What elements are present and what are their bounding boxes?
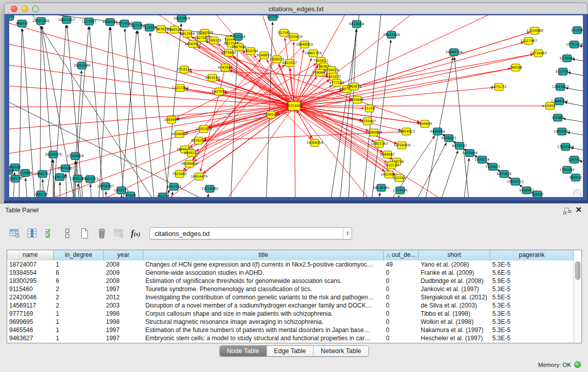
selected-node[interactable]: 9699695 xyxy=(418,120,432,127)
edge[interactable] xyxy=(199,194,209,197)
rows-icon[interactable] xyxy=(59,226,75,241)
graph-node[interactable]: 6879197 xyxy=(452,142,467,149)
graph-node[interactable]: 15718485 xyxy=(201,185,218,192)
edge[interactable] xyxy=(71,27,89,197)
selected-node[interactable]: 16961758 xyxy=(304,50,321,57)
graph-node[interactable]: 159758 xyxy=(157,193,169,197)
graph-node[interactable]: 9474444 xyxy=(463,149,477,157)
graph-node[interactable]: 9129966 xyxy=(560,55,575,62)
selected-node[interactable]: 19654923 xyxy=(398,128,415,135)
selected-edge[interactable] xyxy=(294,106,369,131)
graph-node[interactable]: 590515 xyxy=(9,175,21,182)
edge[interactable] xyxy=(429,150,458,197)
selected-node[interactable]: 19166857 xyxy=(171,130,188,138)
edge[interactable] xyxy=(138,31,158,197)
graph-node[interactable]: 16648794 xyxy=(445,49,462,56)
selected-edge[interactable] xyxy=(91,15,294,106)
function-builder-icon[interactable]: f(x) xyxy=(131,229,140,238)
graph-node[interactable]: 8938923 xyxy=(442,135,456,142)
edge[interactable] xyxy=(106,191,109,197)
tab-edge-table[interactable]: Edge Table xyxy=(266,346,313,356)
selected-edge[interactable] xyxy=(294,106,383,152)
graph-node[interactable]: 1761045 xyxy=(560,166,575,173)
delete-icon[interactable] xyxy=(94,226,110,241)
selected-node[interactable]: 16914479 xyxy=(190,173,207,180)
column-header-pagerank[interactable]: pagerank xyxy=(490,250,574,260)
edge[interactable] xyxy=(370,193,380,197)
table-row[interactable]: 911546021997Tourette syndrome. Phenomeno… xyxy=(7,285,574,293)
selected-node[interactable]: 112543 xyxy=(278,29,291,36)
graph-node[interactable]: 2935114 xyxy=(475,156,490,163)
selected-node[interactable]: 75158 xyxy=(364,105,375,112)
graph-node[interactable]: 118753 xyxy=(568,156,581,163)
graph-node[interactable]: 1733426 xyxy=(393,187,408,194)
column-header-title[interactable]: title xyxy=(143,250,384,260)
graph-node[interactable]: 104932 xyxy=(531,191,544,197)
graph-node[interactable]: 9440954 xyxy=(430,128,445,135)
column-header-name[interactable]: name xyxy=(7,250,54,260)
tab-network-table[interactable]: Network Table xyxy=(313,346,368,356)
selected-edge[interactable] xyxy=(193,106,294,197)
selected-node[interactable]: 252254 xyxy=(393,174,406,182)
edge[interactable] xyxy=(90,27,106,197)
selected-node[interactable]: 1875175 xyxy=(492,83,507,91)
table-row[interactable]: 2242004622012Investigating the contribut… xyxy=(7,293,574,301)
selected-edge[interactable] xyxy=(294,106,398,197)
edge[interactable] xyxy=(91,184,94,197)
network-canvas[interactable]: 9405572059140610653257152760764661601071… xyxy=(9,15,583,197)
graph-node[interactable]: 20053346 xyxy=(73,62,90,69)
column-visibility-icon[interactable] xyxy=(25,226,40,241)
edge[interactable] xyxy=(125,29,142,197)
selected-edge[interactable] xyxy=(294,42,524,106)
graph-node[interactable]: 1145194 xyxy=(53,173,68,181)
table-select-dropdown[interactable]: citations_edges.txt ▲▼ xyxy=(149,227,352,239)
graph-node[interactable]: 10654112 xyxy=(507,178,524,185)
selected-edge[interactable] xyxy=(294,106,296,197)
new-document-icon[interactable] xyxy=(77,226,92,241)
window-titlebar[interactable]: citations_edges.txt xyxy=(4,3,588,14)
selected-node[interactable]: 11154808 xyxy=(526,27,543,34)
graph-node[interactable]: 6466160 xyxy=(103,18,118,26)
graph-node[interactable]: 121065 xyxy=(552,114,564,121)
edge[interactable] xyxy=(564,102,583,110)
tab-node-table[interactable]: Node Table xyxy=(220,346,266,356)
edge[interactable] xyxy=(390,195,399,197)
selected-node[interactable]: 748508 xyxy=(510,64,522,71)
scrollbar-thumb[interactable] xyxy=(575,261,580,280)
selected-node[interactable]: 231644 xyxy=(351,96,364,103)
graph-node[interactable]: 20635 xyxy=(9,15,14,20)
graph-node[interactable]: 20206576 xyxy=(45,151,61,158)
selected-node[interactable]: 16099489 xyxy=(181,160,198,167)
selected-edge[interactable] xyxy=(294,15,531,106)
close-panel-icon[interactable]: ✕ xyxy=(575,205,582,214)
graph-node[interactable]: 8813054 xyxy=(350,20,364,28)
column-header-in_degree[interactable]: in_degree xyxy=(54,250,104,260)
selected-node[interactable]: 2718126 xyxy=(177,66,192,73)
column-header-year[interactable]: year xyxy=(104,250,143,260)
table-row[interactable]: 946554611997Estimation of the future num… xyxy=(7,326,574,334)
selected-edge[interactable] xyxy=(30,106,294,197)
table-row[interactable]: 1830029562008Estimation of significance … xyxy=(7,277,574,285)
selected-node[interactable]: 8878334 xyxy=(191,137,206,144)
graph-node[interactable]: 97450 xyxy=(125,192,136,197)
table-row[interactable]: 1456911722003Disruption of a novel membe… xyxy=(7,301,574,310)
canvas-resize-grip[interactable] xyxy=(573,189,582,196)
table-settings-icon[interactable] xyxy=(7,226,23,241)
graph-node[interactable]: 9457791 xyxy=(167,183,182,190)
delete-table-icon[interactable] xyxy=(112,226,127,241)
edge[interactable] xyxy=(26,178,30,197)
graph-node[interactable]: 111254 xyxy=(571,27,583,34)
graph-node[interactable]: 945012 xyxy=(570,174,582,181)
selected-node[interactable]: 19384554 xyxy=(306,139,323,146)
table-row[interactable]: 977716911998Corpus callosum shape and si… xyxy=(7,310,574,318)
edge[interactable] xyxy=(454,57,472,197)
graph-node[interactable]: 186278 xyxy=(35,191,48,197)
table-row[interactable]: 969969511998Structural magnetic resonanc… xyxy=(7,318,574,326)
graph-node[interactable]: 10653257 xyxy=(58,16,75,24)
edge[interactable] xyxy=(111,27,127,197)
selected-edge[interactable] xyxy=(185,59,261,149)
graph-node[interactable]: 19218506 xyxy=(383,31,400,38)
selected-node[interactable]: 19734983 xyxy=(530,50,547,57)
hub-node[interactable]: 18724007 xyxy=(286,102,302,111)
table-row[interactable]: 946362711997Embryonic stem cells: a mode… xyxy=(7,334,574,342)
